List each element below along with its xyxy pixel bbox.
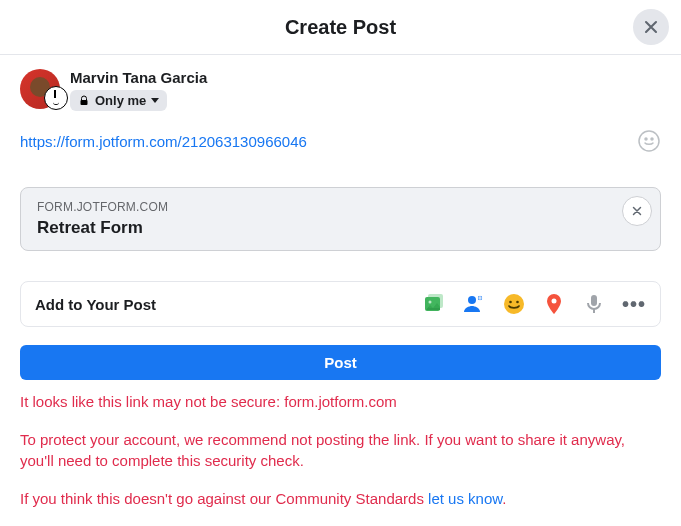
modal-title: Create Post xyxy=(0,0,681,54)
close-icon xyxy=(630,204,644,218)
pointer-cursor-icon xyxy=(44,86,68,110)
location-pin-icon xyxy=(542,292,566,316)
checkin-button[interactable] xyxy=(542,292,566,316)
svg-rect-13 xyxy=(591,295,597,306)
mic-button[interactable] xyxy=(582,292,606,316)
add-to-post-row: Add to Your Post ••• xyxy=(20,281,661,327)
smile-icon xyxy=(637,129,661,153)
svg-point-2 xyxy=(645,138,647,140)
photo-video-button[interactable] xyxy=(422,292,446,316)
svg-point-9 xyxy=(504,294,524,314)
warning-line-3: If you think this doesn't go against our… xyxy=(20,489,661,509)
smiley-icon xyxy=(502,292,526,316)
feeling-button[interactable] xyxy=(502,292,526,316)
author-meta: Marvin Tana Garcia Only me xyxy=(70,69,207,111)
audience-label: Only me xyxy=(95,93,146,108)
create-post-modal: Create Post Marvin Tana Garcia Only me h… xyxy=(0,0,681,526)
svg-point-7 xyxy=(468,296,476,304)
warning-line-2: To protect your account, we recommend no… xyxy=(20,430,661,471)
photo-icon xyxy=(422,292,446,316)
close-button[interactable] xyxy=(633,9,669,45)
svg-point-11 xyxy=(516,301,519,304)
remove-preview-button[interactable] xyxy=(622,196,652,226)
chevron-down-icon xyxy=(151,98,159,103)
svg-point-1 xyxy=(639,131,659,151)
composer-area[interactable]: https://form.jotform.com/212063130966046 xyxy=(20,129,661,153)
person-icon xyxy=(462,292,486,316)
lock-icon xyxy=(78,95,90,107)
add-to-post-label: Add to Your Post xyxy=(35,296,156,313)
let-us-know-link[interactable]: let us know xyxy=(428,490,502,507)
svg-rect-6 xyxy=(428,294,443,308)
warning-line-1: It looks like this link may not be secur… xyxy=(20,392,661,412)
emoji-button[interactable] xyxy=(637,129,661,153)
author-row: Marvin Tana Garcia Only me xyxy=(20,69,661,111)
microphone-icon xyxy=(582,292,606,316)
svg-rect-0 xyxy=(81,100,88,105)
modal-body: Marvin Tana Garcia Only me https://form.… xyxy=(0,55,681,523)
close-icon xyxy=(641,17,661,37)
link-preview-card: FORM.JOTFORM.COM Retreat Form xyxy=(20,187,661,251)
author-name: Marvin Tana Garcia xyxy=(70,69,207,86)
more-options-button[interactable]: ••• xyxy=(622,292,646,316)
tag-people-button[interactable] xyxy=(462,292,486,316)
preview-host: FORM.JOTFORM.COM xyxy=(37,200,644,214)
warning-3-prefix: If you think this doesn't go against our… xyxy=(20,490,428,507)
attach-icons: ••• xyxy=(422,292,646,316)
post-button[interactable]: Post xyxy=(20,345,661,380)
svg-point-10 xyxy=(509,301,512,304)
modal-header: Create Post xyxy=(0,0,681,55)
composer-text: https://form.jotform.com/212063130966046 xyxy=(20,133,307,150)
svg-point-12 xyxy=(552,299,557,304)
warning-3-suffix: . xyxy=(502,490,506,507)
audience-selector[interactable]: Only me xyxy=(70,90,167,111)
dots-icon: ••• xyxy=(622,293,646,316)
preview-title: Retreat Form xyxy=(37,218,644,238)
svg-point-3 xyxy=(651,138,653,140)
